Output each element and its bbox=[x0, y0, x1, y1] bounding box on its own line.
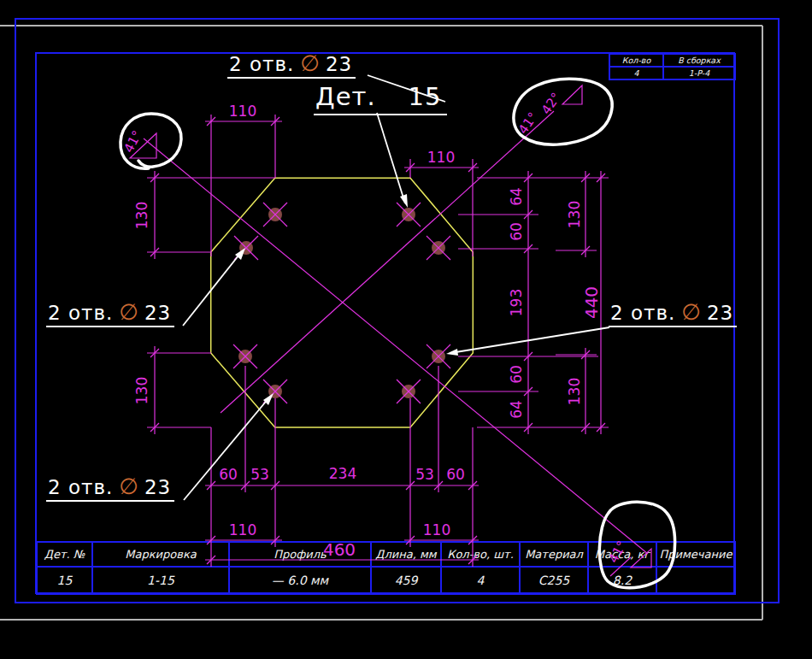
hole-part bbox=[268, 385, 282, 398]
angle-note-top-left: 41° bbox=[121, 128, 144, 156]
hole-part bbox=[233, 344, 257, 368]
hole-part bbox=[397, 203, 421, 227]
detail-title-label: Дет. bbox=[315, 82, 376, 111]
hole-part bbox=[263, 203, 287, 227]
hole-part bbox=[263, 380, 287, 403]
hole-part bbox=[234, 236, 258, 260]
diameter-icon: ∅ bbox=[119, 299, 138, 325]
holes-callout-bottom-left: 2 отв. ∅ 23 bbox=[46, 474, 174, 502]
hole bbox=[263, 380, 287, 403]
dimension-labels: 110 110 130 130 64 60 193 60 64 130 130 … bbox=[133, 103, 602, 560]
dimension-ticks-part bbox=[581, 174, 590, 182]
hole-part bbox=[402, 208, 415, 221]
spec-header-primechanie: Примечание bbox=[656, 542, 735, 567]
holes-callout-text: 2 отв. bbox=[229, 53, 294, 75]
holes-callout-text: 2 отв. bbox=[48, 476, 113, 498]
dimension-ticks-part bbox=[406, 163, 415, 172]
hole-part bbox=[263, 203, 287, 227]
spec-value-det-no: 15 bbox=[37, 567, 92, 594]
hole bbox=[234, 236, 258, 260]
dimension-ticks-part bbox=[271, 117, 279, 126]
dimension-ticks-part bbox=[406, 481, 415, 490]
leader-lines-part bbox=[183, 251, 242, 326]
dim-64-right-top: 64 bbox=[508, 187, 525, 206]
dimension-ticks-part bbox=[150, 423, 159, 432]
hole bbox=[397, 380, 421, 403]
extension-lines bbox=[147, 115, 609, 567]
holes-callout-value: 23 bbox=[326, 53, 352, 75]
dim-110-bottom-left: 110 bbox=[229, 521, 256, 538]
spec-header-markirovka: Маркировка bbox=[92, 542, 229, 567]
hole-part bbox=[432, 350, 445, 363]
hole-part bbox=[432, 241, 445, 255]
spec-header-material: Материал bbox=[520, 542, 588, 567]
spec-header-massa: Масса, кг bbox=[588, 542, 656, 567]
leader-lines-part bbox=[184, 397, 269, 500]
spec-value-dlina: 459 bbox=[371, 567, 441, 594]
leader-lines-part bbox=[450, 327, 609, 353]
hole-part bbox=[239, 241, 253, 255]
dimension-ticks-part bbox=[524, 174, 533, 182]
dim-60-bottom-left: 60 bbox=[219, 466, 238, 483]
hole-part bbox=[397, 203, 421, 227]
leader-arrowhead bbox=[263, 393, 274, 405]
diameter-icon: ∅ bbox=[681, 299, 701, 325]
hole-part bbox=[263, 380, 287, 403]
qty-value-kolvo: 4 bbox=[609, 67, 663, 79]
dim-60-bottom-right: 60 bbox=[446, 466, 465, 483]
leader-lines bbox=[183, 75, 609, 500]
spec-value-primechanie bbox=[656, 567, 735, 594]
holes-callout-text: 2 отв. bbox=[48, 302, 113, 324]
detail-title: Дет. 15 bbox=[314, 82, 447, 115]
dimension-ticks-part bbox=[150, 174, 159, 182]
holes bbox=[233, 203, 450, 403]
dim-60-right-bottom: 60 bbox=[508, 365, 525, 384]
holes-callout-top: 2 отв. ∅ 23 bbox=[227, 50, 356, 79]
qty-value-sborki: 1-Р-4 bbox=[663, 67, 735, 79]
plate-outline-part bbox=[211, 178, 474, 427]
dimension-ticks-part bbox=[597, 174, 605, 182]
centerlines-part bbox=[144, 138, 648, 554]
hole-part bbox=[397, 380, 421, 403]
dim-64-right-bottom: 64 bbox=[508, 400, 525, 419]
dim-130-right-top: 130 bbox=[566, 201, 583, 228]
spec-value-profil: — 6.0 мм bbox=[229, 567, 371, 594]
holes-callout-left: 2 отв. ∅ 23 bbox=[46, 299, 174, 327]
qty-table: Кол-во В сборках 4 1-Р-4 bbox=[609, 53, 736, 80]
dimension-ticks-part bbox=[524, 423, 533, 432]
dimension-ticks-part bbox=[271, 481, 279, 490]
leader-arrowhead bbox=[446, 349, 458, 356]
markup-circle-top-right: 42° 41° bbox=[514, 79, 612, 144]
angle-note-top-right-a: 42° bbox=[538, 90, 564, 117]
dimension-ticks-part bbox=[581, 350, 590, 359]
detail-title-number: 15 bbox=[409, 82, 442, 111]
markup-circle-top-left-part bbox=[130, 133, 156, 158]
dimension-ticks-part bbox=[207, 481, 215, 490]
spec-value-material: С255 bbox=[520, 567, 588, 594]
dim-60-right-top: 60 bbox=[508, 222, 525, 241]
spec-header-profil: Профиль bbox=[229, 542, 371, 567]
holes-callout-value: 23 bbox=[144, 302, 171, 324]
centerlines bbox=[144, 111, 648, 554]
hole bbox=[263, 203, 287, 227]
holes-callout-right: 2 отв. ∅ 23 bbox=[609, 299, 737, 327]
dim-130-left-top: 130 bbox=[133, 202, 150, 229]
markup-circle-top-right-part bbox=[562, 85, 582, 104]
cad-viewport[interactable]: Кол-во В сборках 4 1-Р-4 Дет. № Маркиров… bbox=[0, 0, 812, 659]
dimension-ticks-part bbox=[150, 248, 159, 256]
holes-callout-value: 23 bbox=[707, 302, 733, 324]
hole-part bbox=[402, 385, 415, 398]
hole bbox=[233, 344, 257, 368]
hole-part bbox=[234, 236, 258, 260]
spec-header-dlina: Длина, мм bbox=[371, 542, 441, 567]
diameter-icon: ∅ bbox=[300, 50, 320, 76]
dim-110-top-left: 110 bbox=[229, 103, 256, 120]
hole-part bbox=[427, 344, 450, 368]
dim-110-bottom-right: 110 bbox=[423, 521, 450, 538]
holes-callout-value: 23 bbox=[144, 476, 171, 498]
markup-circle-top-left: 41° bbox=[121, 114, 181, 168]
dim-53-bottom-left: 53 bbox=[250, 466, 269, 483]
hole-part bbox=[238, 350, 252, 363]
spec-table: Дет. № Маркировка Профиль Длина, мм Кол-… bbox=[36, 541, 736, 595]
hole bbox=[427, 344, 450, 368]
